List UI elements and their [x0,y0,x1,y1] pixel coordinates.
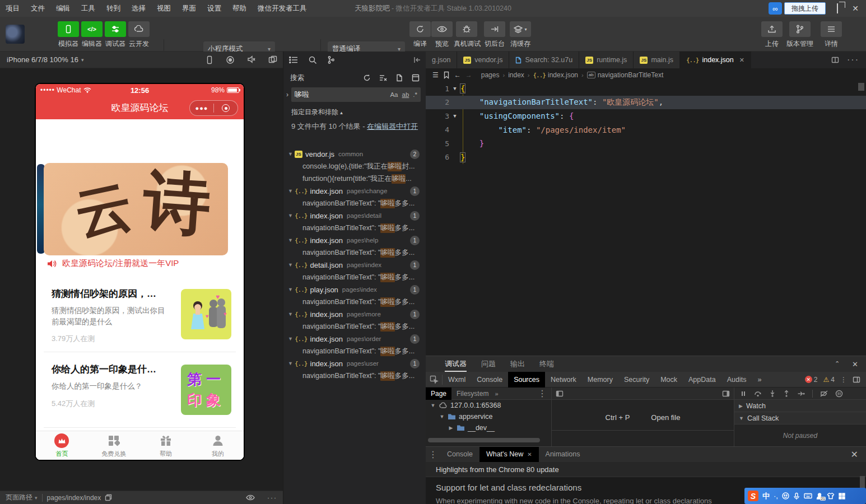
code-line[interactable]: 5 } [426,137,866,151]
ime-emoji-icon[interactable] [782,492,789,500]
record-icon[interactable] [226,55,235,64]
menu-界面[interactable]: 界面 [176,0,202,17]
step-into-icon[interactable] [769,390,776,397]
more-options-icon[interactable]: ··· [267,494,277,502]
watch-section[interactable]: ▶Watch [734,400,866,412]
device-frame-icon[interactable] [206,55,213,64]
ime-cn-mode[interactable]: 中 [762,491,770,501]
search-result-file[interactable]: ▼JSvendor.jscommon2 [283,148,426,160]
mute-icon[interactable] [247,55,256,64]
menu-工具[interactable]: 工具 [76,0,101,17]
dock-icon[interactable] [853,376,860,383]
devtools-tab-appdata[interactable]: AppData [683,372,721,388]
close-panel-icon[interactable]: ✕ [852,360,858,368]
content-card[interactable]: 猜测情侣吵架的原因，…猜测情侣吵架的原因，测试出你目前最渴望的是什么3.79万人… [52,287,236,344]
capsule-menu[interactable]: ●●● [189,100,238,116]
action-清缓存[interactable]: ▾清缓存 [508,21,533,49]
search-match-line[interactable]: navigationBarTitleText": "哆啦多多... [283,370,426,382]
right-action-版本管理[interactable]: 版本管理 [785,21,814,49]
close-tab-icon[interactable]: ✕ [527,447,532,462]
exit-icon[interactable] [214,104,238,112]
action-真机调试[interactable]: 真机调试 [454,21,479,49]
clear-results-icon[interactable] [379,74,387,82]
search-match-line[interactable]: navigationBarTitleText": "哆啦多多... [283,197,426,209]
search-match-line[interactable]: navigationBarTitleText": "哆啦多多... [283,271,426,283]
collapse-results-icon[interactable] [412,74,420,82]
outline-icon[interactable]: ☰ [432,71,439,79]
open-in-editor-link[interactable]: 在编辑器中打开 [367,122,418,130]
breadcrumb[interactable]: pages›index›{..}index.json›abnavigationB… [481,71,663,79]
search-result-file[interactable]: ▼{..}index.jsonpages\help1 [283,234,426,246]
ime-grid-icon[interactable] [839,493,845,500]
step-out-icon[interactable] [783,390,790,397]
search-input[interactable]: 哆啦 Aa ab .* [291,87,421,102]
menu-帮助[interactable]: 帮助 [227,0,252,17]
card-thumbnail[interactable]: ♥♥ ♥ [181,289,231,339]
search-result-file[interactable]: ▼{..}index.jsonpages\user1 [283,357,426,370]
ime-punct[interactable]: ·, [774,492,778,500]
devtools-tab-memory[interactable]: Memory [582,372,618,388]
chevron-down-icon[interactable]: ▼ [430,403,436,408]
open-file-label[interactable]: Open file [651,413,680,422]
pip-icon[interactable] [268,55,277,64]
drawer-kebab-icon[interactable]: ⋮ [426,449,440,460]
card-thumbnail[interactable]: 第一印象 [181,365,231,415]
phone-tab-首页[interactable]: 首页 [36,431,88,460]
sources-nav-tab-filesystem[interactable]: Filesystem [451,388,493,400]
menu-视图[interactable]: 视图 [151,0,176,17]
right-action-详情[interactable]: 详情 [817,21,846,49]
search-match-line[interactable]: navigationBarTitleText": "哆啦多多... [283,345,426,357]
cloud-upload-icon[interactable]: ∞ [769,2,782,15]
search-match-line[interactable]: navigationBarTitleText": "哆啦多多... [283,246,426,259]
search-result-file[interactable]: ▼{..}index.jsonpages\detail1 [283,209,426,222]
show-navigator-icon[interactable] [556,390,564,397]
devtools-tab-mock[interactable]: Mock [655,372,683,388]
devtools-tab-console[interactable]: Console [471,372,508,388]
search-match-line[interactable]: navigationBarTitleText": "哆啦多多... [283,320,426,333]
ime-keyboard-icon[interactable] [804,493,812,499]
tree-hscrollbar[interactable] [428,438,540,442]
search-result-file[interactable]: ▼{..}index.jsonpages\more1 [283,308,426,320]
devtools-tab-security[interactable]: Security [618,372,655,388]
open-in-editor-icon[interactable] [395,74,403,82]
close-window-button[interactable]: ✕ [849,4,862,13]
menu-文件[interactable]: 文件 [25,0,50,17]
more-menu-icon[interactable]: ●●● [190,105,213,111]
phone-tab-帮助[interactable]: 帮助 [140,431,192,460]
tool-云开发[interactable]: 云开发 [127,21,151,49]
tool-模拟器[interactable]: 模拟器 [56,21,81,49]
git-icon[interactable] [327,55,335,64]
tree-item-appservice[interactable]: ▼appservice [426,411,551,422]
search-icon[interactable] [308,55,317,64]
split-editor-icon[interactable] [831,57,839,63]
pause-on-exceptions-icon[interactable] [835,390,843,398]
warning-counter[interactable]: ⚠4 [823,376,835,384]
step-over-icon[interactable] [754,390,762,397]
sogou-logo[interactable]: S [748,491,758,501]
nav-overflow-icon[interactable]: » [495,390,498,397]
visibility-icon[interactable] [246,494,255,501]
whole-word-icon[interactable]: ab [402,91,409,98]
search-result-file[interactable]: ▼{..}index.jsonpages\order1 [283,333,426,345]
action-预览[interactable]: 预览 [429,21,455,49]
close-tab-icon[interactable]: ✕ [739,57,744,64]
devtools-kebab-icon[interactable]: ⋮ [840,376,847,384]
menu-项目[interactable]: 项目 [0,0,25,17]
regex-icon[interactable]: .* [413,91,417,98]
collapse-panel-icon[interactable]: ⌃ [835,360,840,368]
show-debugger-icon[interactable] [722,390,730,397]
drawer-tab-what-s-new[interactable]: What's New✕ [479,447,539,462]
search-match-line[interactable]: navigationBarTitleText": "哆啦多多... [283,222,426,234]
breadcrumb-item[interactable]: index.json [548,71,578,79]
expand-replace-icon[interactable]: › [283,91,291,99]
ime-skin-icon[interactable] [827,492,835,500]
pause-icon[interactable] [740,390,747,397]
chevron-right-icon[interactable]: ▶ [448,425,454,431]
close-drawer-icon[interactable]: ✕ [851,449,866,460]
editor-tab-g.json[interactable]: g.json [426,52,457,68]
breadcrumb-item[interactable]: pages [481,71,500,79]
debugger-tab-调试器[interactable]: 调试器 [445,356,467,372]
content-card[interactable]: 你给人的第一印象是什…你给人的第一印象是什么？5.42万人在测第一印象 [52,363,236,409]
nav-kebab-icon[interactable]: ⋮ [538,388,551,399]
fold-icon[interactable]: ▼ [449,113,460,119]
